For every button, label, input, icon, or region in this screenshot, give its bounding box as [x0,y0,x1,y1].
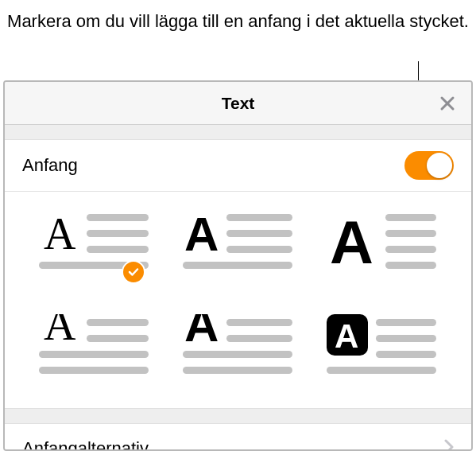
svg-rect-8 [226,214,292,221]
callout-text: Markera om du vill lägga till en anfang … [0,10,476,33]
dropcap-style-5[interactable]: A [176,314,300,383]
dropcap-toggle-row: Anfang [5,139,471,192]
panel-header: Text [5,82,471,125]
dropcap-style-1[interactable]: A [32,209,157,278]
svg-rect-14 [385,230,436,237]
svg-rect-32 [327,367,436,374]
dropcap-style-3-icon: A [327,209,438,278]
dropcap-style-4[interactable]: A [32,314,157,383]
svg-rect-20 [39,351,149,358]
chevron-right-icon [444,439,454,449]
svg-rect-31 [376,351,436,358]
svg-rect-11 [183,262,292,269]
panel-title: Text [222,94,255,113]
svg-rect-26 [183,367,292,374]
svg-rect-19 [87,335,149,342]
dropcap-style-6-icon: A [327,314,438,383]
dropcap-options-label: Anfangalternativ [22,438,149,449]
svg-text:A: A [44,209,76,259]
format-panel: Text Anfang A [3,80,473,451]
toggle-knob [427,153,452,178]
dropcap-style-3[interactable]: A [319,209,444,278]
svg-rect-25 [183,351,292,358]
svg-rect-10 [226,246,292,253]
dropcap-style-6[interactable]: A [319,314,444,383]
svg-rect-3 [87,214,149,221]
svg-rect-15 [385,246,436,253]
svg-rect-29 [376,319,436,326]
dropcap-toggle[interactable] [404,151,454,180]
close-icon [439,95,455,111]
svg-rect-5 [87,246,149,253]
svg-text:A: A [184,314,219,352]
svg-text:A: A [330,209,373,276]
svg-rect-21 [39,367,149,374]
close-button[interactable] [436,92,459,115]
panel-body: Anfang A [5,125,471,449]
svg-text:A: A [184,209,219,261]
dropcap-style-5-icon: A [183,314,294,383]
dropcap-style-2-icon: A [183,209,294,278]
svg-text:A: A [44,314,76,349]
check-icon [127,266,140,278]
svg-rect-24 [226,335,292,342]
dropcap-options-row[interactable]: Anfangalternativ [5,423,471,449]
svg-rect-9 [226,230,292,237]
dropcap-style-2[interactable]: A [176,209,300,278]
svg-rect-4 [87,230,149,237]
svg-text:A: A [335,317,358,355]
dropcap-label: Anfang [22,155,78,176]
dropcap-style-4-icon: A [39,314,150,383]
dropcap-style-grid: A A [5,192,471,409]
svg-rect-23 [226,319,292,326]
svg-rect-16 [385,262,436,269]
svg-rect-30 [376,335,436,342]
selected-check-badge [122,260,145,284]
svg-rect-13 [385,214,436,221]
svg-rect-18 [87,319,149,326]
